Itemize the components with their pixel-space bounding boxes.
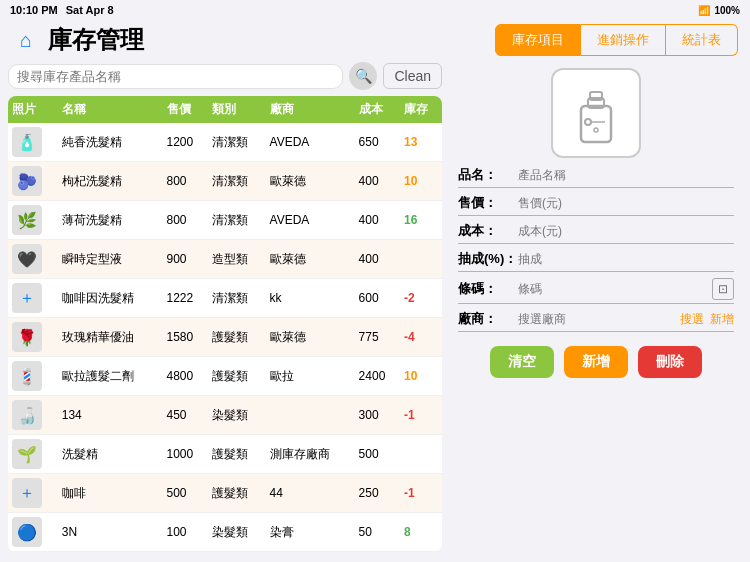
input-vendor[interactable] bbox=[518, 312, 680, 326]
table-row[interactable]: 🌱洗髮精1000護髮類測庫存廠商500 bbox=[8, 435, 442, 474]
product-vendor: kk bbox=[266, 279, 355, 318]
input-cost[interactable] bbox=[518, 224, 734, 238]
product-vendor: 歐萊德 bbox=[266, 162, 355, 201]
product-category: 染髮類 bbox=[208, 552, 266, 553]
search-input[interactable] bbox=[17, 69, 334, 84]
product-category: 護髮類 bbox=[208, 474, 266, 513]
product-category: 清潔類 bbox=[208, 123, 266, 162]
product-price: 1000 bbox=[163, 435, 208, 474]
table-row[interactable]: 🍶134450染髮類300-1 bbox=[8, 396, 442, 435]
tab-stats[interactable]: 統計表 bbox=[666, 24, 738, 56]
product-category: 造型類 bbox=[208, 240, 266, 279]
product-table: 照片 名稱 售價 類別 廠商 成本 庫存 🧴純香洗髮精1200清潔類AVEDA6… bbox=[8, 96, 442, 552]
product-category: 染髮類 bbox=[208, 396, 266, 435]
vendor-search-link[interactable]: 搜選 bbox=[680, 311, 704, 328]
add-thumb-icon: ＋ bbox=[19, 483, 35, 504]
table-row[interactable]: 🌹玫瑰精華優油1580護髮類歐萊德775-4 bbox=[8, 318, 442, 357]
table-row[interactable]: 🖤瞬時定型液900造型類歐萊德400 bbox=[8, 240, 442, 279]
product-vendor bbox=[266, 396, 355, 435]
label-name: 品名： bbox=[458, 166, 518, 184]
app-header: ⌂ 庫存管理 庫存項目 進銷操作 統計表 bbox=[0, 20, 750, 62]
product-category: 清潔類 bbox=[208, 162, 266, 201]
vendor-add-link[interactable]: 新增 bbox=[710, 311, 734, 328]
product-cost: 300 bbox=[355, 396, 400, 435]
product-stock: 10 bbox=[400, 357, 442, 396]
product-cost: 50 bbox=[355, 513, 400, 552]
product-stock: 10 bbox=[400, 162, 442, 201]
label-commission: 抽成(%)： bbox=[458, 250, 518, 268]
header-tabs: 庫存項目 進銷操作 統計表 bbox=[495, 24, 738, 56]
battery-icon: 100% bbox=[714, 5, 740, 16]
form-area: 品名： 售價： 成本： 抽成(%)： 條碼： ⊡ bbox=[458, 166, 734, 338]
main-content: 🔍 Clean 照片 名稱 售價 類別 廠商 成本 庫存 bbox=[0, 62, 750, 552]
wifi-icon: 📶 bbox=[698, 5, 710, 16]
form-row-commission: 抽成(%)： bbox=[458, 250, 734, 272]
table-row[interactable]: 🧴純香洗髮精1200清潔類AVEDA65013 bbox=[8, 123, 442, 162]
tab-sales[interactable]: 進銷操作 bbox=[581, 24, 666, 56]
input-barcode[interactable] bbox=[518, 282, 708, 296]
product-category: 護髮類 bbox=[208, 435, 266, 474]
product-vendor: 染膏 bbox=[266, 513, 355, 552]
col-vendor: 廠商 bbox=[266, 96, 355, 123]
add-button[interactable]: 新增 bbox=[564, 346, 628, 378]
form-row-cost: 成本： bbox=[458, 222, 734, 244]
clean-button[interactable]: Clean bbox=[383, 63, 442, 89]
product-vendor: 44 bbox=[266, 474, 355, 513]
product-category: 護髮類 bbox=[208, 318, 266, 357]
header-left: ⌂ 庫存管理 bbox=[12, 24, 144, 56]
product-vendor: 歐萊德 bbox=[266, 240, 355, 279]
product-name: 咖啡 bbox=[58, 474, 163, 513]
product-cost: 400 bbox=[355, 201, 400, 240]
product-stock: -2 bbox=[400, 279, 442, 318]
product-name: 純香洗髮精 bbox=[58, 123, 163, 162]
table-row[interactable]: 💈歐拉護髮二劑4800護髮類歐拉240010 bbox=[8, 357, 442, 396]
product-image-svg bbox=[561, 78, 631, 148]
product-cost: 250 bbox=[355, 474, 400, 513]
label-price: 售價： bbox=[458, 194, 518, 212]
clear-button[interactable]: 清空 bbox=[490, 346, 554, 378]
product-category: 清潔類 bbox=[208, 201, 266, 240]
table-row[interactable]: 🌿薄荷洗髮精800清潔類AVEDA40016 bbox=[8, 201, 442, 240]
product-name: 瞬時定型液 bbox=[58, 240, 163, 279]
product-thumb: 🖤 bbox=[12, 244, 42, 274]
barcode-scan-icon[interactable]: ⊡ bbox=[712, 278, 734, 300]
product-stock: 8 bbox=[400, 513, 442, 552]
product-vendor: 染膏 bbox=[266, 552, 355, 553]
table-row[interactable]: ＋咖啡因洗髮精1222清潔類kk600-2 bbox=[8, 279, 442, 318]
product-price: 450 bbox=[163, 396, 208, 435]
label-cost: 成本： bbox=[458, 222, 518, 240]
product-thumb: 🔵 bbox=[12, 517, 42, 547]
input-price[interactable] bbox=[518, 196, 734, 210]
delete-button[interactable]: 刪除 bbox=[638, 346, 702, 378]
input-commission[interactable] bbox=[518, 252, 734, 266]
product-vendor: AVEDA bbox=[266, 123, 355, 162]
search-button[interactable]: 🔍 bbox=[349, 62, 377, 90]
left-panel: 🔍 Clean 照片 名稱 售價 類別 廠商 成本 庫存 bbox=[0, 62, 450, 552]
product-stock: 16 bbox=[400, 201, 442, 240]
table-row[interactable]: 🔵3N100染髮類染膏508 bbox=[8, 513, 442, 552]
label-vendor: 廠商： bbox=[458, 310, 518, 328]
product-thumb: 🌱 bbox=[12, 439, 42, 469]
form-row-name: 品名： bbox=[458, 166, 734, 188]
product-price: 900 bbox=[163, 240, 208, 279]
product-thumb: 🫐 bbox=[12, 166, 42, 196]
table-row[interactable]: ＋咖啡500護髮類44250-1 bbox=[8, 474, 442, 513]
status-icons: 📶 100% bbox=[698, 5, 740, 16]
table-row[interactable]: 🫐枸杞洗髮精800清潔類歐萊德40010 bbox=[8, 162, 442, 201]
tab-inventory[interactable]: 庫存項目 bbox=[495, 24, 581, 56]
status-date: Sat Apr 8 bbox=[66, 4, 114, 16]
vendor-actions: 搜選 新增 bbox=[680, 311, 734, 328]
right-panel: 品名： 售價： 成本： 抽成(%)： 條碼： ⊡ bbox=[450, 62, 750, 552]
input-name[interactable] bbox=[518, 168, 734, 182]
action-buttons: 清空 新增 刪除 bbox=[490, 346, 702, 378]
add-thumb-icon: ＋ bbox=[19, 288, 35, 309]
product-price: 1200 bbox=[163, 123, 208, 162]
product-table-wrap: 照片 名稱 售價 類別 廠商 成本 庫存 🧴純香洗髮精1200清潔類AVEDA6… bbox=[8, 96, 442, 552]
app-title: 庫存管理 bbox=[48, 24, 144, 56]
product-price: 800 bbox=[163, 162, 208, 201]
product-thumb: 🌹 bbox=[12, 322, 42, 352]
table-row[interactable]: ＋1N120染髮類染膏9015 bbox=[8, 552, 442, 553]
home-icon[interactable]: ⌂ bbox=[12, 26, 40, 54]
svg-point-4 bbox=[594, 128, 598, 132]
status-time: 10:10 PM bbox=[10, 4, 58, 16]
